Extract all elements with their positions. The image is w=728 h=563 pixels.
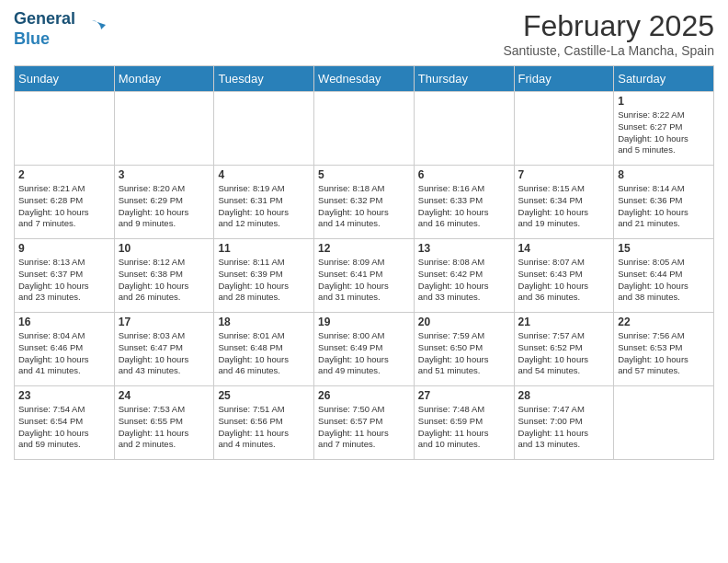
cell-date: 2 — [18, 168, 110, 181]
calendar-cell — [514, 92, 614, 166]
calendar-cell: 2Sunrise: 8:21 AM Sunset: 6:28 PM Daylig… — [15, 166, 115, 239]
cell-info: Sunrise: 8:07 AM Sunset: 6:43 PM Dayligh… — [518, 257, 610, 304]
calendar-cell: 6Sunrise: 8:16 AM Sunset: 6:33 PM Daylig… — [414, 166, 514, 239]
calendar-cell: 11Sunrise: 8:11 AM Sunset: 6:39 PM Dayli… — [214, 239, 314, 313]
calendar-cell: 8Sunrise: 8:14 AM Sunset: 6:36 PM Daylig… — [614, 166, 714, 239]
cell-date: 18 — [218, 316, 310, 328]
cell-info: Sunrise: 7:50 AM Sunset: 6:57 PM Dayligh… — [318, 404, 410, 451]
calendar-cell: 15Sunrise: 8:05 AM Sunset: 6:44 PM Dayli… — [614, 239, 714, 313]
cell-date: 26 — [318, 389, 410, 402]
calendar-cell: 14Sunrise: 8:07 AM Sunset: 6:43 PM Dayli… — [514, 239, 614, 313]
cell-date: 24 — [119, 389, 210, 402]
calendar-week-1: 1Sunrise: 8:22 AM Sunset: 6:27 PM Daylig… — [15, 92, 714, 166]
calendar-cell — [15, 92, 115, 166]
cell-info: Sunrise: 8:19 AM Sunset: 6:31 PM Dayligh… — [218, 183, 310, 230]
day-header-monday: Monday — [114, 66, 214, 92]
calendar-cell — [414, 92, 514, 166]
logo: General Blue — [14, 9, 106, 49]
title-block: February 2025 Santiuste, Castille-La Man… — [503, 9, 714, 58]
cell-info: Sunrise: 8:05 AM Sunset: 6:44 PM Dayligh… — [618, 257, 710, 304]
cell-info: Sunrise: 8:18 AM Sunset: 6:32 PM Dayligh… — [318, 183, 410, 230]
cell-info: Sunrise: 7:57 AM Sunset: 6:52 PM Dayligh… — [518, 330, 610, 377]
cell-info: Sunrise: 8:13 AM Sunset: 6:37 PM Dayligh… — [18, 257, 110, 304]
location: Santiuste, Castille-La Mancha, Spain — [503, 43, 714, 58]
day-header-thursday: Thursday — [414, 66, 514, 92]
cell-date: 22 — [618, 316, 710, 328]
cell-date: 8 — [618, 168, 710, 181]
calendar-cell: 23Sunrise: 7:54 AM Sunset: 6:54 PM Dayli… — [15, 386, 115, 460]
cell-info: Sunrise: 8:01 AM Sunset: 6:48 PM Dayligh… — [218, 330, 310, 377]
cell-date: 3 — [119, 168, 210, 181]
calendar-week-5: 23Sunrise: 7:54 AM Sunset: 6:54 PM Dayli… — [15, 386, 714, 460]
cell-date: 1 — [618, 95, 710, 108]
calendar-cell: 1Sunrise: 8:22 AM Sunset: 6:27 PM Daylig… — [614, 92, 714, 166]
cell-info: Sunrise: 7:56 AM Sunset: 6:53 PM Dayligh… — [618, 330, 710, 377]
cell-info: Sunrise: 7:53 AM Sunset: 6:55 PM Dayligh… — [119, 404, 210, 451]
cell-date: 19 — [318, 316, 410, 328]
cell-date: 12 — [318, 242, 410, 255]
cell-date: 14 — [518, 242, 610, 255]
cell-date: 20 — [418, 316, 510, 328]
calendar-cell: 4Sunrise: 8:19 AM Sunset: 6:31 PM Daylig… — [214, 166, 314, 239]
calendar-cell: 25Sunrise: 7:51 AM Sunset: 6:56 PM Dayli… — [214, 386, 314, 460]
cell-date: 17 — [119, 316, 210, 328]
header: General Blue February 2025 Santiuste, Ca… — [14, 9, 714, 58]
calendar-cell: 16Sunrise: 8:04 AM Sunset: 6:46 PM Dayli… — [15, 313, 115, 386]
calendar-cell — [214, 92, 314, 166]
day-header-tuesday: Tuesday — [214, 66, 314, 92]
day-header-friday: Friday — [514, 66, 614, 92]
calendar-cell: 22Sunrise: 7:56 AM Sunset: 6:53 PM Dayli… — [614, 313, 714, 386]
calendar-cell: 27Sunrise: 7:48 AM Sunset: 6:59 PM Dayli… — [414, 386, 514, 460]
calendar-cell — [314, 92, 415, 166]
cell-date: 7 — [518, 168, 610, 181]
calendar-cell: 21Sunrise: 7:57 AM Sunset: 6:52 PM Dayli… — [514, 313, 614, 386]
calendar-cell: 10Sunrise: 8:12 AM Sunset: 6:38 PM Dayli… — [114, 239, 214, 313]
cell-info: Sunrise: 8:09 AM Sunset: 6:41 PM Dayligh… — [318, 257, 410, 304]
calendar-cell: 17Sunrise: 8:03 AM Sunset: 6:47 PM Dayli… — [114, 313, 214, 386]
calendar-week-3: 9Sunrise: 8:13 AM Sunset: 6:37 PM Daylig… — [15, 239, 714, 313]
cell-info: Sunrise: 7:47 AM Sunset: 7:00 PM Dayligh… — [518, 404, 610, 451]
cell-info: Sunrise: 8:04 AM Sunset: 6:46 PM Dayligh… — [18, 330, 110, 377]
cell-info: Sunrise: 8:00 AM Sunset: 6:49 PM Dayligh… — [318, 330, 410, 377]
cell-info: Sunrise: 8:14 AM Sunset: 6:36 PM Dayligh… — [618, 183, 710, 230]
cell-info: Sunrise: 8:22 AM Sunset: 6:27 PM Dayligh… — [618, 109, 710, 156]
month-title: February 2025 — [503, 9, 714, 43]
day-header-saturday: Saturday — [614, 66, 714, 92]
cell-info: Sunrise: 8:08 AM Sunset: 6:42 PM Dayligh… — [418, 257, 510, 304]
cell-date: 9 — [18, 242, 110, 255]
calendar-cell: 20Sunrise: 7:59 AM Sunset: 6:50 PM Dayli… — [414, 313, 514, 386]
cell-date: 15 — [618, 242, 710, 255]
cell-info: Sunrise: 8:16 AM Sunset: 6:33 PM Dayligh… — [418, 183, 510, 230]
cell-date: 6 — [418, 168, 510, 181]
calendar: SundayMondayTuesdayWednesdayThursdayFrid… — [14, 65, 714, 460]
calendar-header-row: SundayMondayTuesdayWednesdayThursdayFrid… — [15, 66, 714, 92]
day-header-wednesday: Wednesday — [314, 66, 415, 92]
calendar-cell: 24Sunrise: 7:53 AM Sunset: 6:55 PM Dayli… — [114, 386, 214, 460]
calendar-cell: 13Sunrise: 8:08 AM Sunset: 6:42 PM Dayli… — [414, 239, 514, 313]
calendar-cell: 26Sunrise: 7:50 AM Sunset: 6:57 PM Dayli… — [314, 386, 415, 460]
cell-info: Sunrise: 8:21 AM Sunset: 6:28 PM Dayligh… — [18, 183, 110, 230]
cell-date: 27 — [418, 389, 510, 402]
calendar-week-4: 16Sunrise: 8:04 AM Sunset: 6:46 PM Dayli… — [15, 313, 714, 386]
cell-info: Sunrise: 7:51 AM Sunset: 6:56 PM Dayligh… — [218, 404, 310, 451]
cell-info: Sunrise: 8:03 AM Sunset: 6:47 PM Dayligh… — [119, 330, 210, 377]
calendar-cell: 3Sunrise: 8:20 AM Sunset: 6:29 PM Daylig… — [114, 166, 214, 239]
cell-date: 13 — [418, 242, 510, 255]
calendar-week-2: 2Sunrise: 8:21 AM Sunset: 6:28 PM Daylig… — [15, 166, 714, 239]
cell-info: Sunrise: 8:12 AM Sunset: 6:38 PM Dayligh… — [119, 257, 210, 304]
calendar-cell: 7Sunrise: 8:15 AM Sunset: 6:34 PM Daylig… — [514, 166, 614, 239]
cell-date: 10 — [119, 242, 210, 255]
cell-info: Sunrise: 7:59 AM Sunset: 6:50 PM Dayligh… — [418, 330, 510, 377]
calendar-cell: 18Sunrise: 8:01 AM Sunset: 6:48 PM Dayli… — [214, 313, 314, 386]
cell-date: 5 — [318, 168, 410, 181]
cell-info: Sunrise: 8:15 AM Sunset: 6:34 PM Dayligh… — [518, 183, 610, 230]
cell-date: 25 — [218, 389, 310, 402]
cell-info: Sunrise: 7:54 AM Sunset: 6:54 PM Dayligh… — [18, 404, 110, 451]
calendar-cell — [114, 92, 214, 166]
cell-date: 28 — [518, 389, 610, 402]
logo-text: General Blue — [14, 9, 75, 49]
cell-info: Sunrise: 7:48 AM Sunset: 6:59 PM Dayligh… — [418, 404, 510, 451]
calendar-cell: 5Sunrise: 8:18 AM Sunset: 6:32 PM Daylig… — [314, 166, 415, 239]
cell-date: 4 — [218, 168, 310, 181]
calendar-cell: 28Sunrise: 7:47 AM Sunset: 7:00 PM Dayli… — [514, 386, 614, 460]
